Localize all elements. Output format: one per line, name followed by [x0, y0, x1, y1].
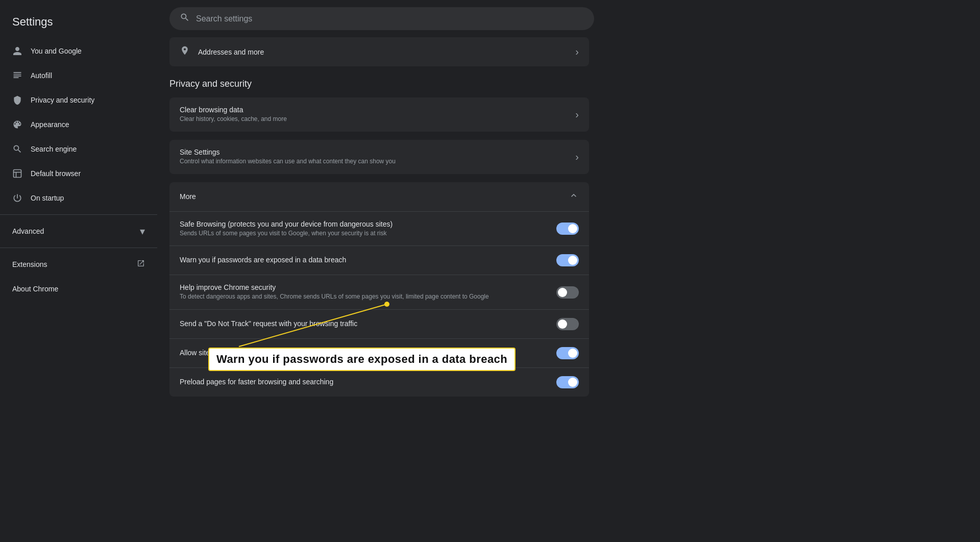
chevron-up-icon	[569, 190, 579, 203]
do-not-track-row[interactable]: Send a "Do Not Track" request with your …	[169, 310, 589, 339]
preload-pages-row[interactable]: Preload pages for faster browsing and se…	[169, 368, 589, 397]
chevron-right-clear-icon: ›	[575, 109, 579, 120]
more-header[interactable]: More	[169, 182, 589, 212]
warn-passwords-toggle-thumb	[568, 256, 577, 265]
chevron-right-icon: ›	[575, 46, 579, 58]
sidebar-label-search-engine: Search engine	[31, 145, 77, 153]
sidebar-item-autofill[interactable]: Autofill	[0, 63, 149, 88]
sidebar-extensions-label: Extensions	[12, 260, 129, 268]
sidebar-advanced[interactable]: Advanced ▾	[0, 219, 157, 243]
sidebar-item-you-google[interactable]: You and Google	[0, 39, 149, 63]
safe-browsing-text: Safe Browsing (protects you and your dev…	[180, 220, 556, 238]
sidebar-advanced-label: Advanced	[12, 227, 132, 235]
preload-pages-title: Preload pages for faster browsing and se…	[180, 378, 556, 386]
search-input[interactable]	[196, 14, 584, 23]
sidebar-item-search-engine[interactable]: Search engine	[0, 137, 149, 161]
do-not-track-title: Send a "Do Not Track" request with your …	[180, 319, 556, 328]
svg-rect-0	[14, 170, 21, 178]
clear-browsing-subtitle: Clear history, cookies, cache, and more	[180, 115, 569, 124]
do-not-track-text: Send a "Do Not Track" request with your …	[180, 319, 556, 329]
addresses-row[interactable]: Addresses and more ›	[169, 37, 589, 66]
sidebar-label-appearance: Appearance	[31, 120, 69, 129]
search-container	[157, 0, 980, 37]
warn-passwords-toggle[interactable]	[556, 254, 579, 266]
sidebar-label-privacy: Privacy and security	[31, 96, 94, 104]
sidebar-label-autofill: Autofill	[31, 71, 52, 80]
sidebar-item-default-browser[interactable]: Default browser	[0, 161, 149, 186]
main-content: Addresses and more › Privacy and securit…	[157, 0, 980, 542]
sidebar-about[interactable]: About Chrome	[0, 277, 157, 301]
sidebar-extensions[interactable]: Extensions	[0, 252, 157, 277]
clear-browsing-row[interactable]: Clear browsing data Clear history, cooki…	[169, 97, 589, 132]
help-improve-text: Help improve Chrome security To detect d…	[180, 283, 556, 301]
external-link-icon	[137, 259, 145, 269]
sidebar-item-appearance[interactable]: Appearance	[0, 112, 149, 137]
search-bar[interactable]	[169, 7, 594, 30]
browser-icon	[12, 168, 22, 179]
app-title: Settings	[0, 10, 157, 39]
safe-browsing-toggle-thumb	[568, 224, 577, 233]
location-icon	[180, 45, 190, 58]
safe-browsing-row[interactable]: Safe Browsing (protects you and your dev…	[169, 212, 589, 247]
sidebar-label-you-google: You and Google	[31, 47, 82, 55]
help-improve-subtitle: To detect dangerous apps and sites, Chro…	[180, 292, 556, 301]
sidebar-item-privacy[interactable]: Privacy and security	[0, 88, 149, 112]
sidebar-item-on-startup[interactable]: On startup	[0, 186, 149, 210]
warn-passwords-text: Warn you if passwords are exposed in a d…	[180, 256, 556, 265]
site-settings-row[interactable]: Site Settings Control what information w…	[169, 140, 589, 174]
sidebar-label-default-browser: Default browser	[31, 169, 81, 178]
warn-passwords-row[interactable]: Warn you if passwords are exposed in a d…	[169, 246, 589, 275]
preload-pages-toggle[interactable]	[556, 376, 579, 388]
chevron-down-icon: ▾	[140, 225, 145, 237]
sidebar: Settings You and Google Autofill Privacy…	[0, 0, 157, 542]
sidebar-about-label: About Chrome	[12, 285, 58, 293]
do-not-track-toggle-thumb	[558, 319, 567, 329]
payment-methods-text: Allow sites to check if you have payment…	[180, 349, 556, 358]
search-engine-icon	[12, 144, 22, 154]
sidebar-divider	[0, 214, 157, 215]
payment-methods-row[interactable]: Allow sites to check if you have payment…	[169, 339, 589, 368]
privacy-section-title: Privacy and security	[169, 79, 589, 89]
safe-browsing-toggle[interactable]	[556, 223, 579, 235]
site-settings-text: Site Settings Control what information w…	[180, 148, 569, 166]
preload-pages-text: Preload pages for faster browsing and se…	[180, 378, 556, 387]
do-not-track-toggle[interactable]	[556, 318, 579, 330]
help-improve-toggle-thumb	[558, 288, 567, 297]
person-icon	[12, 46, 22, 56]
addresses-label: Addresses and more	[198, 48, 575, 56]
palette-icon	[12, 119, 22, 130]
chevron-right-site-icon: ›	[575, 151, 579, 163]
payment-methods-toggle[interactable]	[556, 347, 579, 359]
content-wrapper: Addresses and more › Privacy and securit…	[157, 37, 980, 425]
warn-passwords-title: Warn you if passwords are exposed in a d…	[180, 256, 556, 264]
help-improve-row[interactable]: Help improve Chrome security To detect d…	[169, 275, 589, 310]
payment-methods-title: Allow sites to check if you have payment…	[180, 349, 556, 357]
more-card: More Safe Browsing (protects you and you…	[169, 182, 589, 397]
more-title: More	[180, 192, 569, 201]
safe-browsing-subtitle: Sends URLs of some pages you visit to Go…	[180, 229, 556, 238]
autofill-icon	[12, 70, 22, 81]
clear-browsing-text: Clear browsing data Clear history, cooki…	[180, 106, 569, 124]
preload-pages-toggle-thumb	[568, 378, 577, 387]
site-settings-subtitle: Control what information websites can us…	[180, 157, 569, 166]
content-area: Addresses and more › Privacy and securit…	[157, 37, 601, 425]
sidebar-divider-2	[0, 248, 157, 248]
safe-browsing-title: Safe Browsing (protects you and your dev…	[180, 220, 556, 228]
site-settings-title: Site Settings	[180, 148, 569, 156]
clear-browsing-title: Clear browsing data	[180, 106, 569, 114]
site-settings-card: Site Settings Control what information w…	[169, 140, 589, 174]
help-improve-title: Help improve Chrome security	[180, 283, 556, 291]
help-improve-toggle[interactable]	[556, 286, 579, 299]
startup-icon	[12, 193, 22, 203]
sidebar-label-on-startup: On startup	[31, 194, 64, 202]
clear-browsing-card: Clear browsing data Clear history, cooki…	[169, 97, 589, 132]
shield-icon	[12, 95, 22, 105]
payment-methods-toggle-thumb	[568, 349, 577, 358]
search-icon	[180, 12, 190, 25]
